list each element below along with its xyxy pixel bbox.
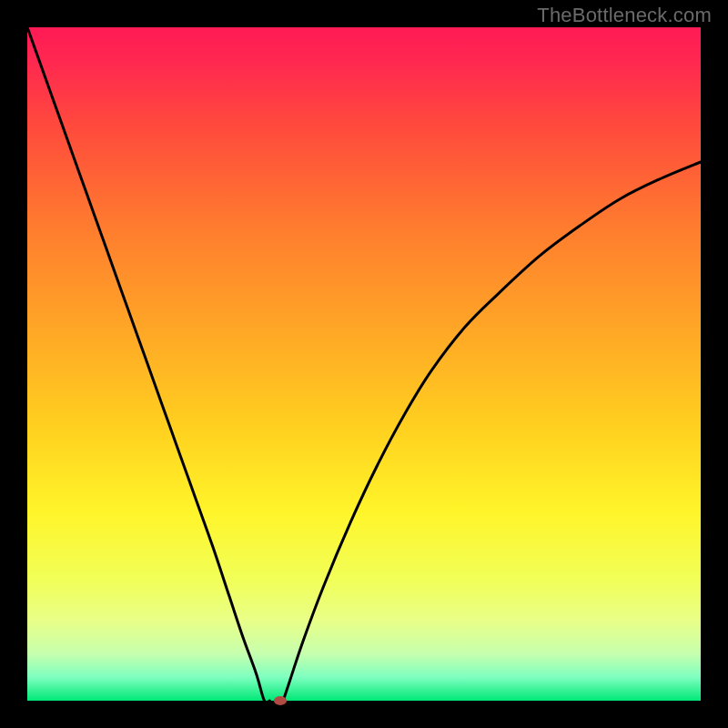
curve-left <box>27 27 269 703</box>
minimum-marker <box>274 696 287 705</box>
curve-right <box>283 162 701 701</box>
plot-area <box>27 27 701 701</box>
watermark-text: TheBottleneck.com <box>537 4 712 27</box>
curve-layer <box>27 27 701 701</box>
